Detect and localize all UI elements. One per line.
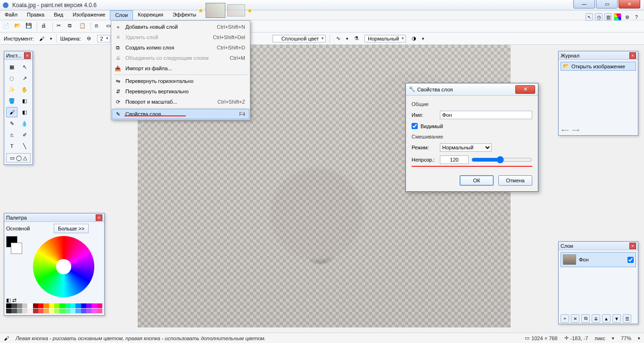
flask-icon[interactable]: ⚗ <box>352 34 361 43</box>
tool-brush[interactable]: 🖌 <box>6 107 17 117</box>
status-coords: ✛-183, -7 <box>564 335 588 341</box>
history-close-icon[interactable]: × <box>629 52 636 59</box>
overwrite-icon[interactable]: ◑ <box>410 34 418 43</box>
tool-wand[interactable]: ✨ <box>6 84 17 95</box>
mi-delete-layer[interactable]: ✕Удалить слойCtrl+Shift+Del <box>112 32 249 42</box>
mi-layer-properties[interactable]: ✎Свойства слоя...F4 <box>112 109 249 119</box>
clock-icon[interactable]: ◷ <box>595 13 603 21</box>
tool-pencil[interactable]: ✎ <box>6 118 17 129</box>
menu-view[interactable]: Вид <box>49 10 68 20</box>
tool-text[interactable]: T <box>6 141 17 151</box>
mi-flip-vertical[interactable]: ⇵Перевернуть вертикально <box>112 86 249 97</box>
tools-close-icon[interactable]: × <box>24 52 31 59</box>
mi-import-file[interactable]: 📥Импорт из файла... <box>112 63 249 74</box>
mi-add-layer[interactable]: ＋Добавить новый слойCtrl+Shift+N <box>112 22 249 32</box>
tool-line[interactable]: ╲ <box>19 141 30 151</box>
ok-button[interactable]: ОК <box>460 175 494 186</box>
tool-move-sel[interactable]: ↗ <box>19 73 30 83</box>
layer-row[interactable]: Фон <box>561 252 636 267</box>
more-button[interactable]: Больше >> <box>54 224 89 233</box>
secondary-color-swatch[interactable] <box>11 243 22 254</box>
name-label: Имя: <box>412 112 437 118</box>
fill-dropdown[interactable]: Сплошной цвет <box>272 35 326 42</box>
opacity-slider[interactable] <box>471 156 532 163</box>
tool-eraser[interactable]: ◧ <box>19 107 30 117</box>
copy-icon[interactable]: ⧉ <box>68 23 75 30</box>
tool-clone[interactable]: ⎌ <box>6 130 17 140</box>
svg-point-0 <box>3 2 8 8</box>
mi-flip-horizontal[interactable]: ⇋Перевернуть горизонтально <box>112 76 249 86</box>
brush-hint-icon: 🖌 <box>4 335 9 341</box>
layer-add-icon[interactable]: ＋ <box>561 314 569 323</box>
mi-merge-layer[interactable]: ⇊Объединить со следующим слоемCtrl+M <box>112 53 249 63</box>
help-icon[interactable]: ? <box>633 13 640 21</box>
layer-props-icon[interactable]: ☰ <box>623 314 631 323</box>
curve-icon[interactable]: ∿ <box>334 34 342 43</box>
crop-icon[interactable]: ⧈ <box>95 23 102 30</box>
primary-dropdown[interactable]: Основной <box>6 226 51 231</box>
doc-thumb-2[interactable] <box>227 4 245 16</box>
status-units[interactable]: пикс <box>594 335 605 341</box>
pointer-icon[interactable]: ↖ <box>586 13 593 21</box>
blend-dropdown[interactable]: Нормальный <box>364 35 406 42</box>
open-icon[interactable]: 📂 <box>14 23 22 30</box>
doc-thumb-1[interactable] <box>206 3 225 18</box>
menu-effects[interactable]: Эффекты <box>168 10 201 20</box>
visible-checkbox[interactable] <box>412 123 418 129</box>
history-back-icon[interactable]: ⟵ <box>561 127 569 133</box>
brush-icon[interactable]: 🖌 <box>38 34 46 43</box>
status-zoom[interactable]: 77% <box>621 335 631 341</box>
tool-pan[interactable]: ✋ <box>19 84 30 95</box>
mi-duplicate-layer[interactable]: ⧉Создать копию слояCtrl+Shift+D <box>112 42 249 53</box>
tool-rect-select[interactable]: ▦ <box>6 62 17 72</box>
tool-shapes[interactable]: ▭ ◯ △ <box>6 153 31 163</box>
dialog-close-button[interactable]: ✕ <box>515 85 535 94</box>
bw-reset-icon[interactable]: ◧ <box>6 297 11 303</box>
save-icon[interactable]: 💾 <box>25 23 33 30</box>
layer-duplicate-icon[interactable]: ⧉ <box>581 314 590 323</box>
layer-down-icon[interactable]: ▼ <box>612 314 621 323</box>
width-minus[interactable]: ⊖ <box>85 34 93 43</box>
menu-edit[interactable]: Правка <box>22 10 49 20</box>
tool-picker[interactable]: 💧 <box>19 118 30 129</box>
gear-icon[interactable]: ⚙ <box>623 13 631 21</box>
color-swatches[interactable] <box>6 303 102 313</box>
cut-icon[interactable]: ✂ <box>57 23 64 30</box>
instrument-label: Инструмент: <box>4 36 34 41</box>
name-input[interactable] <box>440 111 532 119</box>
palette-close-icon[interactable]: × <box>96 214 102 221</box>
menu-adjust[interactable]: Коррекция <box>133 10 168 20</box>
layer-delete-icon[interactable]: ✕ <box>571 314 579 323</box>
maximize-button[interactable]: ▭ <box>596 0 618 8</box>
cancel-button[interactable]: Отмена <box>498 175 532 186</box>
tool-move[interactable]: ↖ <box>19 62 30 72</box>
tool-lasso[interactable]: ◌ <box>6 73 17 83</box>
layer-name: Фон <box>579 257 589 262</box>
layer-visible-checkbox[interactable] <box>627 257 634 263</box>
mi-rotate-zoom[interactable]: ⟳Поворот и масштаб...Ctrl+Shift+Z <box>112 97 249 107</box>
tool-fill[interactable]: 🪣 <box>6 96 17 106</box>
menu-file[interactable]: Файл <box>0 10 22 20</box>
status-bar: 🖌 Левая кнопка - рисовать основным цвето… <box>0 333 644 343</box>
paste-icon[interactable]: 📋 <box>79 23 87 30</box>
layer-up-icon[interactable]: ▲ <box>602 314 611 323</box>
new-icon[interactable]: 📄 <box>3 23 10 30</box>
history-fwd-icon[interactable]: ⟶ <box>572 127 579 133</box>
colorwheel-icon[interactable] <box>614 13 621 21</box>
opacity-input[interactable] <box>440 155 469 164</box>
mode-select[interactable]: Нормальный <box>440 143 492 152</box>
color-wheel[interactable] <box>33 236 94 297</box>
menu-image[interactable]: Изображение <box>68 10 110 20</box>
tool-recolor[interactable]: ✐ <box>19 130 30 140</box>
width-dropdown[interactable]: 2 <box>97 35 110 42</box>
window-icon[interactable]: ▥ <box>604 13 612 21</box>
minimize-button[interactable]: — <box>573 0 595 8</box>
swap-icon[interactable]: ⇄ <box>12 297 17 303</box>
menu-layers[interactable]: Слои <box>110 10 133 20</box>
print-icon[interactable]: 🖨 <box>41 23 49 30</box>
layer-merge-icon[interactable]: ⇊ <box>592 314 600 323</box>
history-item[interactable]: 📂 Открыть изображение <box>561 62 636 71</box>
close-button[interactable]: ✕ <box>619 0 640 8</box>
layers-close-icon[interactable]: × <box>629 243 636 249</box>
tool-gradient[interactable]: ◧ <box>19 96 30 106</box>
